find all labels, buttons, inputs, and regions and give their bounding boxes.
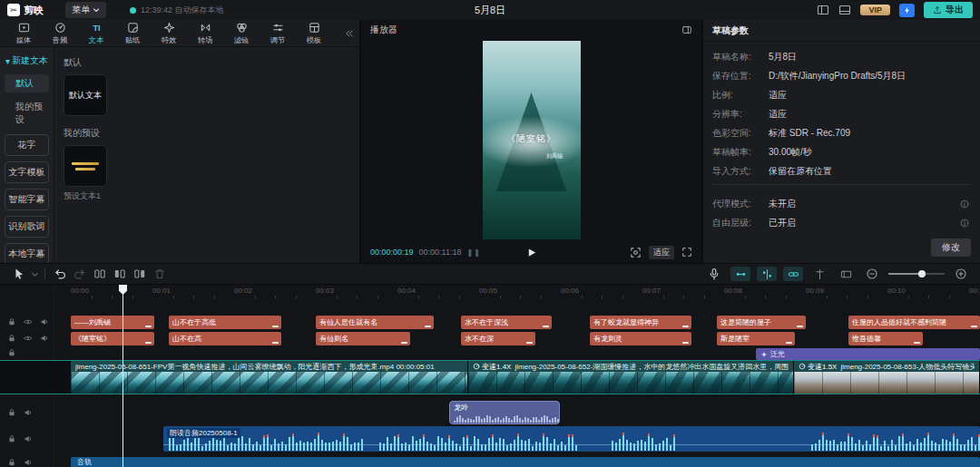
autosave-status: 12:39:42 自动保存本地 bbox=[130, 5, 224, 16]
tab-filter[interactable]: 滤镜 bbox=[223, 20, 260, 46]
nav-item-smart-caption[interactable]: 智能字幕 bbox=[5, 189, 49, 210]
zoom-slider-handle[interactable] bbox=[918, 270, 926, 277]
nav-item-fancy-text[interactable]: 花字 bbox=[5, 134, 49, 156]
split-icon[interactable] bbox=[90, 268, 110, 280]
lock-icon[interactable] bbox=[7, 408, 16, 417]
tab-audio[interactable]: 音频 bbox=[42, 20, 78, 46]
vip-badge[interactable]: VIP bbox=[860, 5, 890, 15]
subtitle-clip[interactable]: 水不在深 bbox=[461, 332, 535, 345]
tab-sticker[interactable]: 贴纸 bbox=[114, 20, 151, 46]
preset-text-card[interactable] bbox=[64, 145, 107, 187]
subtitle-clip[interactable]: 有龙则灵 bbox=[590, 332, 691, 345]
redo-icon[interactable] bbox=[70, 268, 90, 280]
panel-collapse-icon[interactable] bbox=[343, 28, 354, 39]
nav-item-local-caption[interactable]: 本地字幕 bbox=[5, 243, 49, 265]
draft-param-row: 比例:适应 bbox=[712, 85, 971, 104]
nav-item-text-template[interactable]: 文字模板 bbox=[5, 161, 49, 183]
nav-item-my-presets[interactable]: 我的预设 bbox=[5, 98, 49, 129]
layout-panels-icon[interactable] bbox=[838, 4, 851, 16]
effect-clip[interactable]: 泛光 bbox=[756, 348, 980, 360]
zoom-in-icon[interactable] bbox=[951, 268, 971, 280]
timeline-zoom-slider[interactable] bbox=[888, 273, 945, 275]
speaker-icon[interactable] bbox=[24, 434, 33, 443]
speaker-icon[interactable] bbox=[24, 458, 33, 467]
video-clip[interactable]: 变速1.5Xjimeng-2025-05-08-653-人物低头特写镜头慢慢抬起… bbox=[794, 361, 980, 394]
tab-adjust[interactable]: 调节 bbox=[260, 20, 296, 46]
info-icon[interactable] bbox=[960, 219, 969, 228]
timeline[interactable]: 00:0000:0100:0200:0300:0400:0500:0600:07… bbox=[0, 285, 980, 467]
subtitle-clip[interactable]: ——刘禹锡 bbox=[71, 316, 154, 329]
tab-media[interactable]: 媒体 bbox=[5, 20, 42, 46]
waveform-bar bbox=[454, 421, 456, 423]
auto-snap-toggle[interactable] bbox=[757, 267, 777, 281]
subtitle-clip[interactable]: 有仙则名 bbox=[316, 332, 410, 345]
activity-icon[interactable] bbox=[899, 4, 915, 17]
record-mic-icon[interactable] bbox=[704, 268, 724, 280]
tts-audio-clip[interactable]: 朗读音频20250508-1 bbox=[163, 426, 980, 452]
draft-param-row: 色彩空间:标准 SDR - Rec.709 bbox=[712, 123, 971, 142]
quality-focus-icon[interactable] bbox=[630, 247, 642, 258]
subtitle-clip[interactable]: 有仙人居住就有名 bbox=[316, 316, 434, 329]
preview-axis-toggle[interactable] bbox=[809, 267, 829, 281]
pointer-dropdown-icon[interactable] bbox=[29, 270, 40, 278]
subtitle-clip[interactable]: 《陋室铭》 bbox=[71, 332, 154, 345]
waveform-bar bbox=[524, 417, 526, 423]
lock-icon[interactable] bbox=[7, 348, 16, 357]
tab-effects[interactable]: 特效 bbox=[151, 20, 187, 46]
modify-button[interactable]: 修改 bbox=[931, 238, 971, 257]
nav-item-default[interactable]: 默认 bbox=[5, 74, 49, 92]
export-button[interactable]: 导出 bbox=[924, 2, 973, 18]
nav-item-new-text[interactable]: ▾新建文本 bbox=[5, 53, 49, 69]
trim-right-icon[interactable] bbox=[130, 268, 150, 280]
speaker-icon[interactable] bbox=[24, 408, 33, 417]
pointer-tool-icon[interactable] bbox=[9, 268, 29, 280]
sound-effect-clip[interactable]: 龙吟 bbox=[449, 401, 560, 424]
video-clip[interactable]: 变速1.4Xjimeng-2025-05-08-652-湖面缓慢推进，水中的龙悠… bbox=[468, 361, 794, 394]
export-icon bbox=[933, 5, 942, 15]
lock-icon[interactable] bbox=[7, 458, 16, 467]
delete-icon[interactable] bbox=[150, 268, 170, 280]
music-clip[interactable]: 音轨 bbox=[71, 457, 980, 467]
menu-button[interactable]: 菜单 bbox=[65, 2, 106, 18]
tab-text[interactable]: TI文本 bbox=[78, 20, 114, 46]
subtitle-clip-label: 惟吾德馨 bbox=[848, 332, 923, 345]
playhead[interactable] bbox=[122, 285, 123, 467]
undo-icon[interactable] bbox=[50, 268, 70, 280]
main-track-magnet-toggle[interactable] bbox=[730, 267, 750, 281]
waveform-bar bbox=[546, 416, 548, 423]
subtitle-clip[interactable]: 有了蛟龙就显得神异 bbox=[590, 316, 691, 329]
subtitle-clip[interactable]: 住屋的人品德好就不感到简陋 bbox=[848, 316, 980, 329]
fit-mode-button[interactable]: 适应 bbox=[649, 246, 674, 259]
video-clip[interactable]: jimeng-2025-05-08-651-FPV第一视角快速推进，山间云雾缭绕… bbox=[71, 361, 468, 394]
lock-icon[interactable] bbox=[7, 317, 16, 326]
video-preview[interactable]: 《陋室铭》 刘禹锡 bbox=[483, 41, 581, 239]
tab-template[interactable]: 模板 bbox=[296, 20, 332, 46]
layout-split-icon[interactable] bbox=[817, 4, 829, 16]
playhead-head[interactable] bbox=[119, 285, 127, 295]
waveform-bar bbox=[176, 445, 178, 451]
lock-icon[interactable] bbox=[7, 434, 16, 443]
subtitle-clip-label: ——刘禹锡 bbox=[71, 316, 154, 329]
global-preview-zoom-icon[interactable] bbox=[836, 267, 856, 281]
speaker-icon[interactable] bbox=[40, 317, 49, 326]
zoom-out-icon[interactable] bbox=[862, 268, 882, 280]
default-text-card[interactable]: 默认文本 bbox=[64, 74, 107, 116]
eye-icon[interactable] bbox=[24, 334, 33, 343]
lock-icon[interactable] bbox=[7, 334, 16, 343]
speaker-icon[interactable] bbox=[40, 334, 49, 343]
subtitle-clip[interactable]: 惟吾德馨 bbox=[848, 332, 923, 345]
subtitle-clip[interactable]: 这是简陋的屋子 bbox=[717, 316, 806, 329]
subtitle-clip[interactable]: 山不在于高低 bbox=[169, 316, 281, 329]
linkage-toggle[interactable] bbox=[783, 267, 803, 281]
play-button[interactable] bbox=[526, 248, 536, 258]
tab-transition[interactable]: 转场 bbox=[187, 20, 223, 46]
fullscreen-icon[interactable] bbox=[681, 247, 692, 258]
trim-left-icon[interactable] bbox=[110, 268, 130, 280]
info-icon[interactable] bbox=[960, 199, 969, 209]
subtitle-clip[interactable]: 斯是陋室 bbox=[717, 332, 795, 345]
subtitle-clip[interactable]: 水不在于深浅 bbox=[461, 316, 552, 329]
eye-icon[interactable] bbox=[24, 317, 33, 326]
nav-item-recognize-lyrics[interactable]: 识别歌词 bbox=[5, 216, 49, 238]
subtitle-clip[interactable]: 山不在高 bbox=[169, 332, 281, 345]
player-menu-icon[interactable] bbox=[681, 24, 692, 35]
